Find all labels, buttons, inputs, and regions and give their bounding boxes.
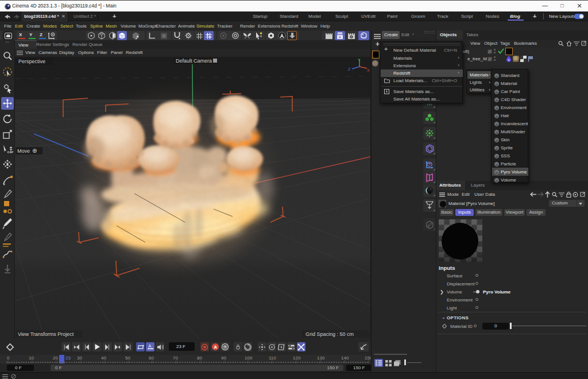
svg-text:10: 10 — [29, 355, 34, 361]
svg-text:Move: Move — [17, 148, 30, 154]
svg-text:100: 100 — [245, 355, 253, 361]
svg-text:30: 30 — [77, 355, 82, 361]
svg-text:40: 40 — [101, 355, 106, 361]
svg-text:A: A — [148, 344, 151, 348]
svg-text:120: 120 — [293, 355, 301, 361]
svg-text:23: 23 — [65, 355, 71, 361]
svg-text:140: 140 — [341, 355, 349, 361]
svg-text:70: 70 — [173, 355, 178, 361]
svg-text:150: 150 — [365, 355, 371, 361]
svg-text:20: 20 — [53, 355, 58, 361]
svg-text:50: 50 — [125, 355, 130, 361]
svg-text:View Transforms Project: View Transforms Project — [18, 331, 74, 337]
svg-text:60: 60 — [149, 355, 154, 361]
svg-text:130: 130 — [317, 355, 325, 361]
svg-text:90: 90 — [221, 355, 226, 361]
svg-text:Grid Spacing : 50 cm: Grid Spacing : 50 cm — [305, 331, 354, 337]
svg-text:0: 0 — [7, 355, 10, 361]
svg-text:80: 80 — [197, 355, 202, 361]
svg-text:⊕: ⊕ — [32, 148, 37, 154]
svg-text:110: 110 — [269, 355, 276, 361]
svg-text:Default Camera: Default Camera — [176, 58, 212, 64]
svg-text:Perspective: Perspective — [18, 59, 45, 64]
svg-text:Z: Z — [348, 67, 351, 71]
svg-text:X: X — [367, 68, 370, 72]
svg-text:Y: Y — [358, 58, 361, 62]
svg-text:A: A — [214, 345, 217, 350]
